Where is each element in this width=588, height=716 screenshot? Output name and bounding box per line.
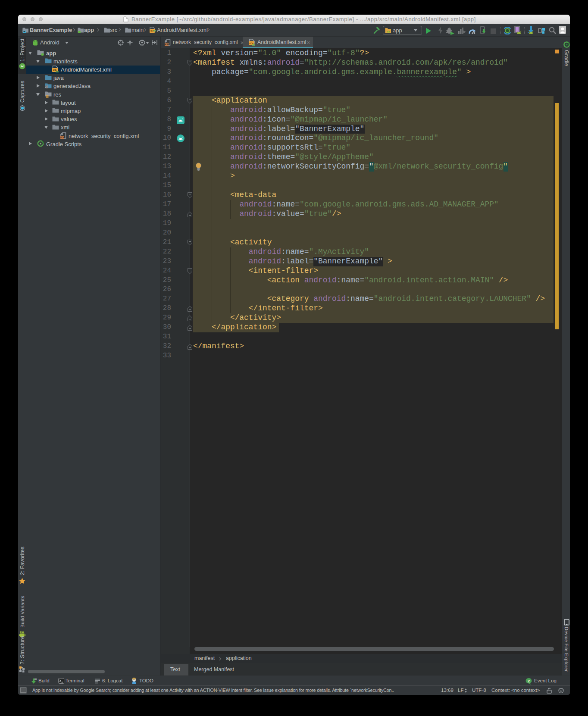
svg-text:2: 2 (528, 679, 530, 683)
svg-text:<>: <> (60, 136, 65, 139)
svg-text:<>: <> (165, 43, 169, 46)
